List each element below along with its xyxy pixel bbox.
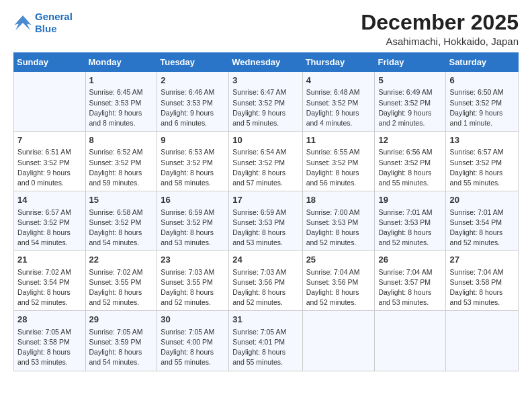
- week-row-1: 1Sunrise: 6:45 AMSunset: 3:53 PMDaylight…: [14, 72, 519, 132]
- day-info: Sunrise: 6:56 AMSunset: 3:52 PMDaylight:…: [378, 147, 442, 188]
- day-info: Sunrise: 7:05 AMSunset: 4:01 PMDaylight:…: [232, 327, 298, 368]
- day-info: Sunrise: 7:03 AMSunset: 3:56 PMDaylight:…: [232, 267, 298, 308]
- logo-line1: General: [35, 11, 73, 23]
- calendar: SundayMondayTuesdayWednesdayThursdayFrid…: [13, 52, 519, 371]
- day-cell: 4Sunrise: 6:48 AMSunset: 3:52 PMDaylight…: [302, 72, 375, 132]
- day-number: 22: [89, 254, 154, 266]
- day-info: Sunrise: 7:02 AMSunset: 3:54 PMDaylight:…: [17, 267, 82, 308]
- month-title: December 2025: [361, 11, 519, 34]
- weekday-wednesday: Wednesday: [229, 53, 302, 72]
- day-number: 7: [17, 134, 82, 146]
- day-cell: 13Sunrise: 6:57 AMSunset: 3:52 PMDayligh…: [446, 132, 519, 191]
- page: General Blue December 2025 Asahimachi, H…: [0, 0, 532, 411]
- weekday-header-row: SundayMondayTuesdayWednesdayThursdayFrid…: [14, 53, 519, 72]
- day-number: 13: [449, 134, 515, 146]
- day-cell: 29Sunrise: 7:05 AMSunset: 3:59 PMDayligh…: [85, 311, 157, 371]
- day-info: Sunrise: 6:45 AMSunset: 3:53 PMDaylight:…: [89, 87, 154, 128]
- day-cell: 5Sunrise: 6:49 AMSunset: 3:52 PMDaylight…: [375, 72, 446, 132]
- day-info: Sunrise: 6:46 AMSunset: 3:53 PMDaylight:…: [161, 87, 225, 128]
- day-number: 26: [378, 254, 442, 266]
- day-number: 21: [17, 254, 82, 266]
- day-number: 3: [232, 75, 298, 87]
- day-number: 17: [232, 194, 298, 206]
- day-info: Sunrise: 7:05 AMSunset: 4:00 PMDaylight:…: [161, 327, 225, 368]
- day-cell: 20Sunrise: 7:01 AMSunset: 3:54 PMDayligh…: [446, 191, 519, 251]
- day-number: 31: [232, 314, 298, 326]
- day-info: Sunrise: 6:47 AMSunset: 3:52 PMDaylight:…: [232, 87, 298, 128]
- day-cell: 15Sunrise: 6:58 AMSunset: 3:52 PMDayligh…: [85, 191, 157, 251]
- day-cell: 1Sunrise: 6:45 AMSunset: 3:53 PMDaylight…: [85, 72, 157, 132]
- day-number: 19: [378, 194, 442, 206]
- day-info: Sunrise: 6:50 AMSunset: 3:52 PMDaylight:…: [449, 87, 515, 128]
- day-info: Sunrise: 6:51 AMSunset: 3:52 PMDaylight:…: [17, 147, 82, 188]
- day-number: 18: [306, 194, 371, 206]
- day-info: Sunrise: 7:04 AMSunset: 3:58 PMDaylight:…: [449, 267, 515, 308]
- day-info: Sunrise: 7:05 AMSunset: 3:58 PMDaylight:…: [17, 327, 82, 368]
- day-info: Sunrise: 7:05 AMSunset: 3:59 PMDaylight:…: [89, 327, 154, 368]
- day-cell: 19Sunrise: 7:01 AMSunset: 3:53 PMDayligh…: [375, 191, 446, 251]
- day-info: Sunrise: 6:54 AMSunset: 3:52 PMDaylight:…: [232, 147, 298, 188]
- weekday-tuesday: Tuesday: [157, 53, 229, 72]
- day-cell: 26Sunrise: 7:04 AMSunset: 3:57 PMDayligh…: [375, 251, 446, 311]
- day-cell: [446, 311, 519, 371]
- day-cell: 24Sunrise: 7:03 AMSunset: 3:56 PMDayligh…: [229, 251, 302, 311]
- day-info: Sunrise: 7:00 AMSunset: 3:53 PMDaylight:…: [306, 208, 371, 248]
- weekday-saturday: Saturday: [446, 53, 519, 72]
- week-row-5: 28Sunrise: 7:05 AMSunset: 3:58 PMDayligh…: [14, 311, 519, 371]
- day-cell: 17Sunrise: 6:59 AMSunset: 3:53 PMDayligh…: [229, 191, 302, 251]
- day-number: 30: [161, 314, 225, 326]
- day-cell: 8Sunrise: 6:52 AMSunset: 3:52 PMDaylight…: [85, 132, 157, 191]
- day-number: 1: [89, 75, 154, 87]
- day-info: Sunrise: 6:49 AMSunset: 3:52 PMDaylight:…: [378, 87, 442, 128]
- day-cell: 23Sunrise: 7:03 AMSunset: 3:55 PMDayligh…: [157, 251, 229, 311]
- day-number: 4: [306, 75, 371, 87]
- week-row-4: 21Sunrise: 7:02 AMSunset: 3:54 PMDayligh…: [14, 251, 519, 311]
- weekday-friday: Friday: [375, 53, 446, 72]
- day-info: Sunrise: 6:57 AMSunset: 3:52 PMDaylight:…: [17, 208, 82, 248]
- title-block: December 2025 Asahimachi, Hokkaido, Japa…: [361, 11, 519, 47]
- day-info: Sunrise: 7:01 AMSunset: 3:54 PMDaylight:…: [449, 208, 515, 248]
- day-number: 23: [161, 254, 225, 266]
- day-info: Sunrise: 6:59 AMSunset: 3:52 PMDaylight:…: [161, 208, 225, 248]
- day-number: 16: [161, 194, 225, 206]
- day-cell: 2Sunrise: 6:46 AMSunset: 3:53 PMDaylight…: [157, 72, 229, 132]
- day-info: Sunrise: 6:48 AMSunset: 3:52 PMDaylight:…: [306, 87, 371, 128]
- weekday-sunday: Sunday: [14, 53, 86, 72]
- week-row-2: 7Sunrise: 6:51 AMSunset: 3:52 PMDaylight…: [14, 132, 519, 191]
- day-cell: 14Sunrise: 6:57 AMSunset: 3:52 PMDayligh…: [14, 191, 86, 251]
- day-cell: 10Sunrise: 6:54 AMSunset: 3:52 PMDayligh…: [229, 132, 302, 191]
- day-info: Sunrise: 6:58 AMSunset: 3:52 PMDaylight:…: [89, 208, 154, 248]
- day-number: 9: [161, 134, 225, 146]
- day-number: 8: [89, 134, 154, 146]
- weekday-thursday: Thursday: [302, 53, 375, 72]
- day-cell: [14, 72, 86, 132]
- day-info: Sunrise: 7:01 AMSunset: 3:53 PMDaylight:…: [378, 208, 442, 248]
- day-number: 27: [449, 254, 515, 266]
- logo: General Blue: [13, 11, 73, 35]
- day-info: Sunrise: 6:59 AMSunset: 3:53 PMDaylight:…: [232, 208, 298, 248]
- day-cell: 25Sunrise: 7:04 AMSunset: 3:56 PMDayligh…: [302, 251, 375, 311]
- day-info: Sunrise: 6:57 AMSunset: 3:52 PMDaylight:…: [449, 147, 515, 188]
- day-number: 5: [378, 75, 442, 87]
- day-number: 28: [17, 314, 82, 326]
- day-number: 11: [306, 134, 371, 146]
- weekday-monday: Monday: [85, 53, 157, 72]
- location-title: Asahimachi, Hokkaido, Japan: [361, 36, 519, 47]
- day-number: 14: [17, 194, 82, 206]
- day-cell: [375, 311, 446, 371]
- day-number: 6: [449, 75, 515, 87]
- day-cell: 12Sunrise: 6:56 AMSunset: 3:52 PMDayligh…: [375, 132, 446, 191]
- day-number: 10: [232, 134, 298, 146]
- day-cell: 3Sunrise: 6:47 AMSunset: 3:52 PMDaylight…: [229, 72, 302, 132]
- day-cell: 31Sunrise: 7:05 AMSunset: 4:01 PMDayligh…: [229, 311, 302, 371]
- day-info: Sunrise: 7:04 AMSunset: 3:57 PMDaylight:…: [378, 267, 442, 308]
- week-row-3: 14Sunrise: 6:57 AMSunset: 3:52 PMDayligh…: [14, 191, 519, 251]
- day-number: 2: [161, 75, 225, 87]
- day-info: Sunrise: 7:02 AMSunset: 3:55 PMDaylight:…: [89, 267, 154, 308]
- day-number: 25: [306, 254, 371, 266]
- day-cell: 27Sunrise: 7:04 AMSunset: 3:58 PMDayligh…: [446, 251, 519, 311]
- header: General Blue December 2025 Asahimachi, H…: [13, 11, 519, 47]
- day-cell: 16Sunrise: 6:59 AMSunset: 3:52 PMDayligh…: [157, 191, 229, 251]
- day-cell: 30Sunrise: 7:05 AMSunset: 4:00 PMDayligh…: [157, 311, 229, 371]
- day-cell: 18Sunrise: 7:00 AMSunset: 3:53 PMDayligh…: [302, 191, 375, 251]
